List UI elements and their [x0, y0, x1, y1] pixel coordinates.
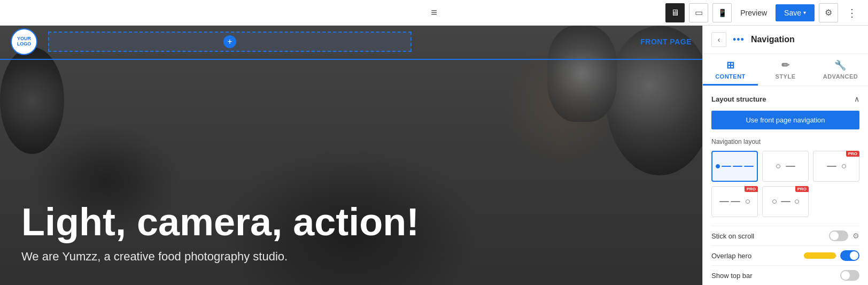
back-icon: ‹ [718, 35, 720, 44]
canvas: YOUR LOGO + FRONT PAGE Light, camera, ac… [0, 26, 702, 285]
show-top-bar-controls [840, 270, 859, 281]
content-tab-label: CONTENT [715, 73, 746, 80]
dash-7 [731, 201, 740, 202]
save-button[interactable]: Save ▾ [776, 4, 815, 21]
mobile-icon: 📱 [718, 9, 727, 17]
save-chevron: ▾ [803, 10, 806, 16]
main-area: YOUR LOGO + FRONT PAGE Light, camera, ac… [0, 26, 868, 285]
layout-icon-4 [719, 199, 750, 204]
nav-layout-title: Navigation layout [711, 138, 859, 145]
gear-icon: ⚙ [825, 7, 832, 18]
style-tab-icon: ✏ [781, 59, 790, 71]
tab-style[interactable]: ✏ STYLE [758, 54, 813, 86]
toolbar: ≡ 🖥 ▭ 📱 Preview Save ▾ ⚙ ⋮ [0, 0, 868, 26]
dash-2 [733, 166, 742, 167]
tab-content[interactable]: ⊞ CONTENT [703, 54, 758, 86]
pro-badge-3: PRO [846, 151, 859, 157]
stick-on-scroll-gear[interactable]: ⚙ [852, 232, 859, 240]
panel-title: Navigation [751, 35, 795, 44]
mobile-view-btn[interactable]: 📱 [712, 3, 732, 22]
settings-button[interactable]: ⚙ [819, 3, 838, 22]
panel-content: Layout structure ∧ Use front page naviga… [703, 86, 868, 285]
panel-back-button[interactable]: ‹ [711, 32, 726, 47]
panel-header: ‹ ••• Navigation [703, 26, 868, 54]
panel-tabs: ⊞ CONTENT ✏ STYLE 🔧 ADVANCED [703, 54, 868, 86]
layout-option-5[interactable]: PRO [762, 186, 809, 217]
layout-structure-section-header: Layout structure ∧ [711, 95, 859, 103]
layout-option-4[interactable]: PRO [711, 186, 758, 217]
dot-3 [842, 164, 846, 168]
preview-label[interactable]: Preview [736, 9, 771, 17]
dash-1 [722, 166, 731, 167]
dash-6 [719, 201, 729, 202]
dash-5 [827, 166, 836, 167]
dash-4 [786, 166, 795, 167]
nav-add-button[interactable]: + [223, 35, 236, 48]
content-tab-icon: ⊞ [726, 59, 735, 71]
save-label: Save [784, 9, 801, 17]
panel-dots: ••• [733, 34, 745, 45]
overlap-hero-controls [804, 250, 859, 261]
layout-structure-chevron[interactable]: ∧ [854, 95, 859, 103]
hero-subtitle: We are Yumzz, a creative food photograph… [21, 250, 419, 264]
advanced-tab-icon: 🔧 [834, 59, 847, 71]
layout-icon-5 [772, 199, 799, 204]
style-tab-label: STYLE [776, 73, 796, 80]
dot-6 [795, 199, 799, 204]
tablet-view-btn[interactable]: ▭ [689, 3, 708, 22]
show-top-bar-row: Show top bar [711, 265, 859, 285]
overlap-hero-toggle[interactable] [840, 250, 859, 261]
show-top-bar-label: Show top bar [711, 272, 753, 280]
hero-title: Light, camera, action! [21, 203, 419, 241]
dot-4 [746, 199, 750, 204]
overlap-hero-arrow [804, 252, 836, 259]
stick-on-scroll-row: Stick on scroll ⚙ [711, 226, 859, 245]
tablet-icon: ▭ [695, 7, 703, 18]
right-panel: ‹ ••• Navigation ⊞ CONTENT ✏ STYLE 🔧 ADV… [702, 26, 868, 285]
nav-menu-area[interactable]: + [48, 32, 412, 52]
logo: YOUR LOGO [11, 28, 37, 55]
advanced-tab-label: ADVANCED [823, 73, 858, 80]
overlap-hero-row: Overlap hero [711, 245, 859, 265]
dot-2 [776, 164, 780, 168]
layout-icon-2 [776, 164, 795, 168]
stick-on-scroll-toggle[interactable] [829, 230, 848, 241]
dash-3 [744, 166, 754, 167]
tab-advanced[interactable]: 🔧 ADVANCED [813, 54, 868, 86]
front-page-label: FRONT PAGE [640, 37, 692, 46]
lens-left-decoration [0, 47, 64, 154]
layout-icon-1 [716, 164, 754, 168]
canvas-nav: YOUR LOGO + FRONT PAGE [0, 26, 702, 58]
stick-on-scroll-label: Stick on scroll [711, 232, 754, 240]
more-menu-button[interactable]: ⋮ [842, 3, 862, 22]
canvas-separator [0, 59, 702, 60]
dash-8 [781, 201, 790, 202]
layout-options-grid: PRO PRO [711, 151, 859, 217]
desktop-view-btn[interactable]: 🖥 [665, 3, 685, 22]
pro-badge-5: PRO [795, 186, 809, 192]
use-nav-btn-label: Use front page navigation [746, 116, 825, 124]
desktop-icon: 🖥 [671, 8, 679, 18]
toolbar-right: 🖥 ▭ 📱 Preview Save ▾ ⚙ ⋮ [665, 3, 862, 22]
dot-5 [772, 199, 777, 204]
layout-icon-3 [827, 164, 846, 168]
canvas-hero: Light, camera, action! We are Yumzz, a c… [21, 203, 419, 264]
layout-option-1[interactable] [711, 151, 758, 182]
document-icon: ≡ [431, 6, 437, 19]
layout-option-2[interactable] [762, 151, 809, 182]
layout-structure-title: Layout structure [711, 95, 766, 103]
stick-on-scroll-controls: ⚙ [829, 230, 859, 241]
layout-option-3[interactable]: PRO [813, 151, 859, 182]
use-front-page-nav-button[interactable]: Use front page navigation [711, 111, 859, 129]
show-top-bar-toggle[interactable] [840, 270, 859, 281]
toolbar-center: ≡ [431, 6, 437, 19]
pro-badge-4: PRO [745, 186, 758, 192]
overlap-hero-label: Overlap hero [711, 252, 751, 260]
plus-icon: + [227, 37, 232, 47]
more-icon: ⋮ [847, 6, 857, 19]
dot-1 [716, 164, 720, 168]
